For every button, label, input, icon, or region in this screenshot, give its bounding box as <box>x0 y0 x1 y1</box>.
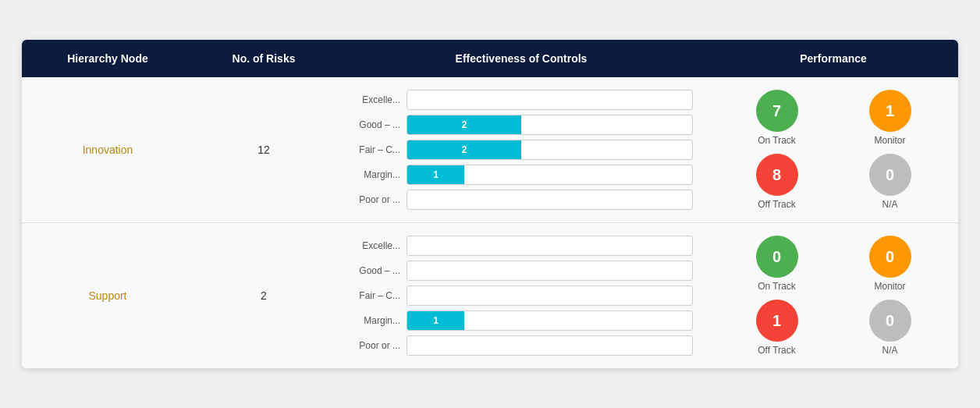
bar-fill: 1 <box>407 311 464 330</box>
performance-item: 7On Track <box>756 90 798 146</box>
controls-cell: Excelle...Good – ...2Fair – C...2Margin.… <box>334 77 708 222</box>
bar-fill: 1 <box>407 165 464 184</box>
risks-count-cell: 12 <box>194 77 334 222</box>
performance-circle-orange: 0 <box>869 236 911 278</box>
performance-item: 0On Track <box>756 236 798 292</box>
bar-row: Good – ...2 <box>350 115 693 135</box>
bar-row: Excelle... <box>350 236 693 256</box>
table-row: Innovation12Excelle...Good – ...2Fair – … <box>22 77 958 223</box>
table-header: Hierarchy Node No. of Risks Effectivenes… <box>22 40 958 77</box>
performance-label: Monitor <box>874 281 905 292</box>
header-performance: Performance <box>708 40 958 77</box>
bar-track <box>407 261 693 281</box>
performance-item: 8Off Track <box>756 154 798 210</box>
bar-row: Fair – C...2 <box>350 140 693 160</box>
bar-row: Good – ... <box>350 261 693 281</box>
performance-circle-gray: 0 <box>869 154 911 196</box>
bar-label: Good – ... <box>350 265 400 276</box>
bar-label: Poor or ... <box>350 340 400 351</box>
bar-track <box>407 335 693 356</box>
performance-circle-red: 1 <box>756 300 798 342</box>
bar-label: Margin... <box>350 315 400 326</box>
table-row: Support2Excelle...Good – ...Fair – C...M… <box>22 223 958 368</box>
bar-track: 2 <box>407 140 693 160</box>
performance-circle-red: 8 <box>756 154 798 196</box>
header-controls: Effectiveness of Controls <box>334 40 708 77</box>
bar-track <box>407 236 693 256</box>
performance-label: N/A <box>882 199 897 210</box>
performance-cell: 7On Track1Monitor8Off Track0N/A <box>708 77 958 222</box>
hierarchy-node-cell: Innovation <box>22 77 194 222</box>
performance-item: 0Monitor <box>869 236 911 292</box>
performance-label: Off Track <box>758 199 795 210</box>
bar-row: Margin...1 <box>350 310 693 331</box>
performance-item: 0N/A <box>869 300 911 356</box>
performance-item: 0N/A <box>869 154 911 210</box>
main-table: Hierarchy Node No. of Risks Effectivenes… <box>22 40 958 368</box>
bar-row: Poor or ... <box>350 335 693 356</box>
bar-label: Excelle... <box>350 240 400 251</box>
controls-cell: Excelle...Good – ...Fair – C...Margin...… <box>334 223 708 368</box>
bar-track <box>407 190 693 210</box>
bar-fill: 2 <box>407 140 521 159</box>
performance-circle-green: 0 <box>756 236 798 278</box>
performance-item: 1Off Track <box>756 300 798 356</box>
bar-track: 1 <box>407 165 693 185</box>
hierarchy-node-cell: Support <box>22 223 194 368</box>
performance-label: On Track <box>758 281 796 292</box>
performance-circle-orange: 1 <box>869 90 911 132</box>
bar-label: Poor or ... <box>350 194 400 205</box>
performance-item: 1Monitor <box>869 90 911 146</box>
bar-track <box>407 286 693 306</box>
bar-row: Fair – C... <box>350 286 693 306</box>
bar-track <box>407 90 693 110</box>
bar-label: Good – ... <box>350 119 400 130</box>
header-node: Hierarchy Node <box>22 40 194 77</box>
table-body: Innovation12Excelle...Good – ...2Fair – … <box>22 77 958 368</box>
bar-label: Margin... <box>350 169 400 180</box>
bar-track: 2 <box>407 115 693 135</box>
performance-circle-green: 7 <box>756 90 798 132</box>
header-risks: No. of Risks <box>194 40 334 77</box>
bar-row: Excelle... <box>350 90 693 110</box>
performance-label: N/A <box>882 345 897 356</box>
performance-label: On Track <box>758 135 796 146</box>
bar-row: Poor or ... <box>350 190 693 210</box>
bar-row: Margin...1 <box>350 165 693 185</box>
bar-label: Fair – C... <box>350 290 400 301</box>
bar-label: Excelle... <box>350 94 400 105</box>
bar-label: Fair – C... <box>350 144 400 155</box>
performance-label: Monitor <box>874 135 905 146</box>
performance-circle-gray: 0 <box>869 300 911 342</box>
bar-fill: 2 <box>407 115 521 134</box>
performance-cell: 0On Track0Monitor1Off Track0N/A <box>708 223 958 368</box>
risks-count-cell: 2 <box>194 223 334 368</box>
bar-track: 1 <box>407 310 693 331</box>
performance-label: Off Track <box>758 345 795 356</box>
